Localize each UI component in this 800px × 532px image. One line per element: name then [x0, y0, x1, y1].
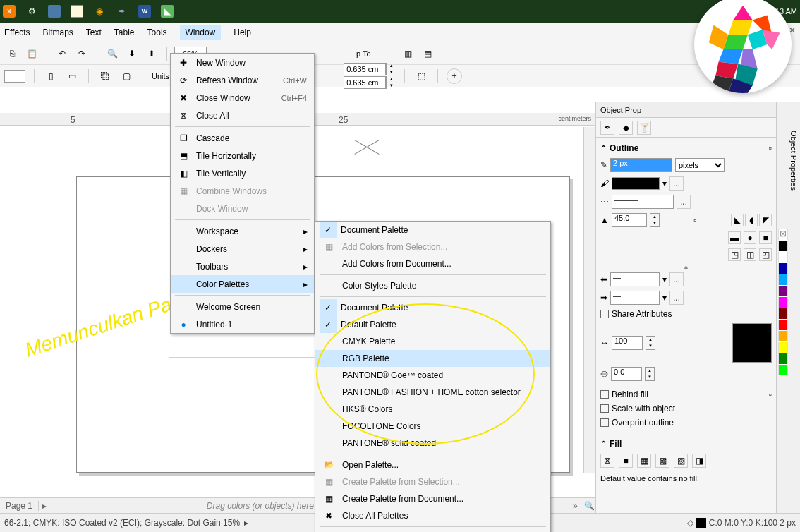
- nudge-x-input[interactable]: 0.635 cm: [344, 63, 386, 75]
- overprint-outline-checkbox[interactable]: Overprint outline: [600, 416, 772, 430]
- taskbar-app-feather[interactable]: ✒: [116, 5, 128, 18]
- menu-window[interactable]: Window: [180, 25, 222, 40]
- menu-tile-horizontal[interactable]: ⬒Tile Horizontally: [171, 147, 314, 164]
- taskbar-app-generic[interactable]: [48, 5, 61, 18]
- tab-transparency-icon[interactable]: 🍸: [637, 121, 651, 135]
- submenu-document-palette-2[interactable]: ✓Document Palette: [315, 299, 550, 316]
- submenu-palette-editor[interactable]: 🎨Palette Editor...: [315, 529, 550, 532]
- submenu-rgb-palette[interactable]: RGB Palette: [315, 350, 550, 367]
- menu-workspace[interactable]: Workspace▸: [171, 222, 314, 240]
- menu-table[interactable]: Table: [114, 28, 135, 37]
- palette-swatch[interactable]: [778, 365, 788, 376]
- palette-swatch[interactable]: [778, 320, 788, 331]
- position-center-icon[interactable]: ◫: [744, 248, 756, 261]
- object-properties-tab[interactable]: Object Properties: [789, 131, 798, 191]
- fill-fountain-icon[interactable]: ▦: [637, 454, 651, 468]
- line-style-more[interactable]: ...: [677, 195, 691, 209]
- menu-close-window[interactable]: ✖Close WindowCtrl+F4: [171, 89, 314, 107]
- outline-section-title[interactable]: ⌃ Outline▫: [600, 140, 772, 156]
- palette-swatch[interactable]: [778, 263, 788, 274]
- palette-no-color[interactable]: ⊠: [778, 229, 788, 241]
- tab-fill-icon[interactable]: ◆: [619, 121, 633, 135]
- angle-input[interactable]: 0.0: [611, 367, 642, 381]
- submenu-focoltone[interactable]: FOCOLTONE Colors: [315, 418, 550, 435]
- add-icon[interactable]: ＋: [447, 68, 462, 84]
- stretch-input[interactable]: 100: [612, 336, 643, 350]
- cap-flat-icon[interactable]: ▬: [728, 231, 741, 244]
- menu-tools[interactable]: Tools: [147, 28, 167, 37]
- submenu-pantone-goe[interactable]: PANTONE® Goe™ coated: [315, 367, 550, 384]
- tb-export-icon[interactable]: ⬆: [144, 46, 159, 61]
- menu-effects[interactable]: Effects: [4, 28, 30, 37]
- palette-swatch[interactable]: [778, 274, 788, 286]
- submenu-cmyk-palette[interactable]: CMYK Palette: [315, 333, 550, 350]
- taskbar-app-circle[interactable]: ◉: [93, 5, 106, 18]
- menu-help[interactable]: Help: [234, 28, 251, 37]
- fill-uniform-icon[interactable]: ■: [619, 454, 633, 468]
- menu-bitmaps[interactable]: Bitmaps: [42, 28, 73, 37]
- palette-swatch[interactable]: [778, 241, 788, 252]
- nudge-y-input[interactable]: 0.635 cm: [344, 76, 386, 89]
- pages-single-icon[interactable]: ▢: [119, 68, 134, 84]
- submenu-open-palette[interactable]: 📂Open Palette...: [315, 457, 550, 473]
- palette-swatch[interactable]: [778, 353, 788, 365]
- palette-swatch[interactable]: [778, 331, 788, 342]
- scale-with-object-checkbox[interactable]: Scale with object: [600, 401, 772, 416]
- menu-dockers[interactable]: Dockers▸: [171, 240, 314, 258]
- outline-units-select[interactable]: pixels: [675, 158, 725, 172]
- palette-swatch[interactable]: [778, 297, 788, 308]
- tb-search-icon[interactable]: 🔍: [104, 46, 120, 61]
- menu-new-window[interactable]: ✚New Window: [171, 54, 314, 71]
- arrow-start-more[interactable]: ...: [669, 272, 684, 286]
- corner-bevel-icon[interactable]: ◤: [759, 214, 772, 226]
- orientation-portrait-icon[interactable]: ▯: [43, 68, 59, 84]
- submenu-create-from-document[interactable]: ▦Create Palette from Document...: [315, 490, 550, 507]
- submenu-default-palette[interactable]: ✓Default Palette: [315, 316, 550, 333]
- tb-import-icon[interactable]: ⬇: [124, 46, 140, 61]
- fill-texture-icon[interactable]: ▨: [674, 454, 688, 468]
- outline-width-input[interactable]: 2 px: [610, 158, 672, 172]
- tb-paste-icon[interactable]: 📋: [24, 46, 40, 61]
- tab-outline-icon[interactable]: ✒: [600, 121, 614, 135]
- menu-tile-vertical[interactable]: ◧Tile Vertically: [171, 164, 314, 182]
- submenu-add-colors-document[interactable]: Add Colors from Document...: [315, 255, 550, 272]
- miter-limit-input[interactable]: 45.0: [612, 213, 647, 227]
- fill-section-title[interactable]: ⌃ Fill: [600, 436, 772, 452]
- pages-facing-icon[interactable]: ⿻: [97, 68, 113, 84]
- menu-toolbars[interactable]: Toolbars▸: [171, 258, 314, 275]
- tb-undo-icon[interactable]: ↶: [54, 46, 70, 61]
- arrow-end-more[interactable]: ...: [669, 291, 684, 305]
- submenu-hks-colors[interactable]: HKS® Colors: [315, 401, 550, 418]
- arrow-start-select[interactable]: —: [610, 272, 660, 286]
- menu-welcome-screen[interactable]: Welcome Screen: [171, 298, 314, 315]
- fill-none-icon[interactable]: ⊠: [600, 454, 614, 468]
- outline-more-button[interactable]: ...: [669, 176, 684, 191]
- behind-fill-checkbox[interactable]: Behind fill▫: [600, 387, 772, 401]
- duplicate-distance-icon[interactable]: ⬚: [413, 68, 429, 84]
- taskbar-app-coreldraw[interactable]: ◣: [161, 5, 174, 18]
- corner-miter-icon[interactable]: ◣: [731, 214, 744, 226]
- submenu-color-styles-palette[interactable]: Color Styles Palette: [315, 277, 550, 294]
- submenu-pantone-solid[interactable]: PANTONE® solid coated: [315, 435, 550, 452]
- menu-close-all[interactable]: ⊠Close All: [171, 107, 314, 124]
- share-attributes-checkbox[interactable]: Share Attributes: [600, 307, 772, 321]
- position-inside-icon[interactable]: ◰: [759, 248, 772, 261]
- submenu-close-all-palettes[interactable]: ✖Close All Palettes: [315, 507, 550, 524]
- taskbar-app-word[interactable]: W: [138, 5, 151, 18]
- tb-copy-icon[interactable]: ⎘: [4, 46, 20, 61]
- menu-cascade[interactable]: ❐Cascade: [171, 129, 314, 147]
- cap-round-icon[interactable]: ●: [744, 231, 756, 244]
- position-outside-icon[interactable]: ◳: [728, 248, 741, 261]
- fill-postscript-icon[interactable]: ◨: [692, 454, 706, 468]
- submenu-document-palette[interactable]: ✓Document Palette: [315, 222, 550, 238]
- palette-swatch[interactable]: [778, 286, 788, 297]
- tb-redo-icon[interactable]: ↷: [74, 46, 90, 61]
- palette-swatch[interactable]: [778, 252, 788, 263]
- menu-doc-untitled[interactable]: ●Untitled-1: [171, 315, 314, 333]
- menu-text[interactable]: Text: [86, 28, 102, 37]
- arrow-end-select[interactable]: —: [610, 291, 660, 305]
- taskbar-app-xampp[interactable]: X: [3, 5, 16, 18]
- line-style-select[interactable]: ———: [612, 195, 674, 209]
- palette-swatch[interactable]: [778, 342, 788, 353]
- taskbar-settings-icon[interactable]: ⚙: [25, 5, 38, 18]
